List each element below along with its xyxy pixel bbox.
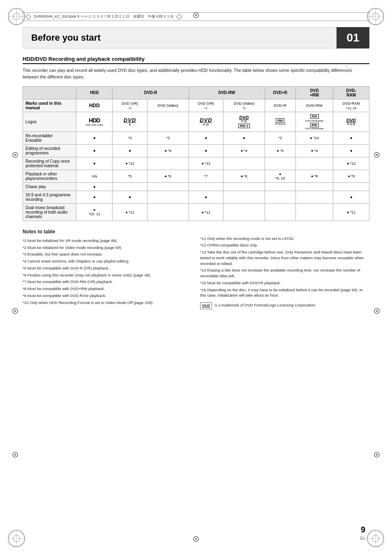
note-6: *6 Finalize using this recorder (may not… xyxy=(23,272,192,278)
note-3: *3 Erasable, but free space does not inc… xyxy=(23,251,192,257)
note-2: *2 Must be initialized for Video mode re… xyxy=(23,245,192,251)
subheader-dvdrw-video: DVD (Video)*2 xyxy=(223,99,265,112)
table-row-dualmono: Dual mono broadcast recording of both au… xyxy=(23,203,369,221)
table-row-rerecordable: Re-recordable/Erasable ● *3 *3 ● ● *3 ● … xyxy=(23,131,369,144)
trademark-text: is a trademark of DVD Format/Logo Licens… xyxy=(214,302,316,308)
col-header-dvdr: DVD-R xyxy=(113,86,189,99)
note-11: *11 Only when the recording mode is not … xyxy=(200,236,369,242)
corner-decoration-bl xyxy=(4,526,29,551)
col-header-dvdplusr: DVD+R xyxy=(265,86,295,99)
svg-point-23 xyxy=(376,154,378,156)
table-header-row: HDD DVD-R DVD-RW DVD+R DVD+RW DVD-RAM xyxy=(23,86,369,99)
page-title-section: Before you start 01 xyxy=(23,27,369,48)
subheader-dvdplusr: DVD+R xyxy=(265,99,295,112)
note-4: *4 Cannot erase sections, edit chapters … xyxy=(23,258,192,264)
note-13: *13 Take the disc out of the cartridge b… xyxy=(200,249,369,266)
margin-dot-left-3 xyxy=(12,452,18,458)
notes-heading: Notes to table xyxy=(23,228,192,235)
table-row-169: 16:9 and 4:3 programme recording ● ● ● ● xyxy=(23,191,369,203)
note-7: *7 Must be compatible with DVD-RW (VR) p… xyxy=(23,279,192,285)
subheader-dvdr-vr: DVD (VR)*1 xyxy=(113,99,147,112)
margin-dot-right-3 xyxy=(374,452,380,458)
table-row-copyonce: Recording of Copy-once protected materia… xyxy=(23,157,369,170)
svg-point-29 xyxy=(195,538,197,540)
subheader-dvdram: DVD-RAM*13, 16 xyxy=(333,99,369,112)
notes-left-col: Notes to table *1 Must be initialized fo… xyxy=(23,228,192,309)
table-row-chaseplay: Chase play ● xyxy=(23,182,369,191)
bottom-center-dot xyxy=(193,536,199,543)
main-content: DVR650HK_KC_EN.book 9 ページ ２００７年２月２１日 水曜日… xyxy=(23,0,369,309)
note-14: *14 Erasing a title does not increase th… xyxy=(200,267,369,279)
note-8: *8 Must be compatible with DVD+RW playba… xyxy=(23,286,192,292)
table-logos-row: Logos HDD ADD (RW UNE) DVD R DVD R W DVD… xyxy=(23,112,369,131)
note-12: *12 CPRM-compatible discs only. xyxy=(200,242,369,248)
logo-dvdram: DVD R A M xyxy=(333,112,369,131)
margin-dot-left-1 xyxy=(12,152,18,159)
margin-dot-right-2 xyxy=(374,308,380,315)
col-header-dvdram: DVD-RAM xyxy=(333,86,369,99)
logo-dvdrw-video: DVD R W RW 2 xyxy=(223,112,265,131)
margin-dot-right-1 xyxy=(374,152,380,159)
file-info-text: DVR650HK_KC_EN.book 9 ページ ２００７年２月２１日 水曜日… xyxy=(34,14,174,19)
subheader-hdd: HDD xyxy=(76,99,113,112)
logo-dvdrw-vr: DVD R W xyxy=(189,112,223,131)
dvd-trademark: DVD is a trademark of DVD Format/Logo Li… xyxy=(200,302,369,309)
margin-dot-left-2 xyxy=(12,308,18,315)
page-number-box: 01 xyxy=(337,27,369,48)
subheader-dvdplusrw: DVD+RW xyxy=(295,99,333,112)
page-title: Before you start xyxy=(31,32,101,43)
svg-point-27 xyxy=(376,454,378,456)
col-header-dvdrw: DVD-RW xyxy=(189,86,265,99)
table-subheader-row: Marks used in this manual HDD DVD (VR)*1… xyxy=(23,99,369,112)
logo-dvdr-video xyxy=(147,112,189,131)
col-header-empty xyxy=(23,86,76,99)
page-lang-bottom: En xyxy=(360,536,365,541)
section-heading: HDD/DVD Recording and playback compatibi… xyxy=(23,56,369,64)
dvd-logo-small: DVD xyxy=(200,302,212,309)
section-number: 01 xyxy=(346,31,359,44)
note-1: *1 Must be initialized for VR mode recor… xyxy=(23,238,192,244)
svg-point-19 xyxy=(14,310,16,312)
notes-right-col: *11 Only when the recording mode is not … xyxy=(200,228,369,309)
page-title-box: Before you start xyxy=(23,27,337,48)
logo-dvdplusrw: RW DVD+Rewritable RW DVD+Rewritable xyxy=(295,112,333,131)
note-15: *15 Must be compatible with DVD+R playba… xyxy=(200,280,369,286)
subheader-marks-label: Marks used in this manual xyxy=(23,99,76,112)
col-header-dvdplusrw: DVD+RW xyxy=(295,86,333,99)
svg-point-21 xyxy=(14,454,16,456)
table-row-playback: Playback in other players/recorders n/a … xyxy=(23,170,369,182)
note-10: *10 Only when HDD Recording Format is se… xyxy=(23,300,192,306)
subheader-dvdrw-vr: DVD (VR)*1 xyxy=(189,99,223,112)
note-16: *16 Depending on the disc, it may have t… xyxy=(200,287,369,299)
col-header-hdd: HDD xyxy=(76,86,113,99)
svg-point-25 xyxy=(376,310,378,312)
table-row-editing: Editing of recorded programmes ● ● ● *4 … xyxy=(23,144,369,157)
logo-dvdplusr: RW 12.0Gb+R xyxy=(265,112,295,131)
svg-point-31 xyxy=(195,14,197,16)
logos-label: Logos xyxy=(23,112,76,131)
compatibility-table: HDD DVD-R DVD-RW DVD+R DVD+RW DVD-RAM Ma… xyxy=(23,86,369,221)
notes-section: Notes to table *1 Must be initialized fo… xyxy=(23,228,369,309)
note-9: *9 Must be compatible with DVD-RAM playb… xyxy=(23,293,192,299)
note-5: *5 Must be compatible with DVD-R (VR) pl… xyxy=(23,265,192,271)
subheader-dvdr-video: DVD (Video) xyxy=(147,99,189,112)
intro-text: This recorder can play and record all wi… xyxy=(23,67,369,81)
corner-decoration-tr xyxy=(363,4,388,29)
logo-dvdr-vr: DVD R xyxy=(113,112,147,131)
svg-point-17 xyxy=(14,154,16,156)
corner-decoration-br xyxy=(363,526,388,551)
diamond-icon-2 xyxy=(176,14,182,19)
top-center-dot xyxy=(193,12,199,19)
page-number-bottom: 9 xyxy=(361,525,365,534)
logo-hdd: HDD ADD (RW UNE) xyxy=(76,112,113,131)
